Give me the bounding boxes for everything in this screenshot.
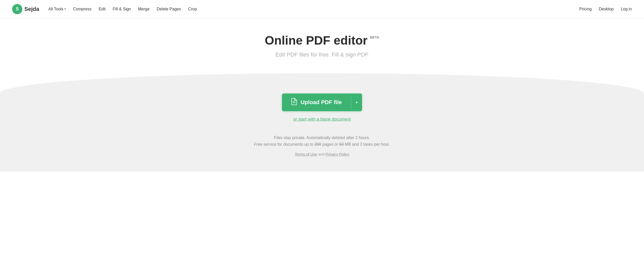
navbar: S Sejda All Tools ▾ Compress Edit Fill &… xyxy=(0,0,644,18)
privacy-info: Files stay private. Automatically delete… xyxy=(0,135,644,147)
nav-pricing[interactable]: Pricing xyxy=(579,7,592,11)
upload-button-wrapper[interactable]: Upload PDF file ▾ xyxy=(282,93,362,111)
privacy-line-1: Files stay private. Automatically delete… xyxy=(0,135,644,141)
pages-strikethrough: 200 xyxy=(314,142,321,146)
logo-text: Sejda xyxy=(24,6,39,12)
upload-button-label: Upload PDF file xyxy=(301,99,342,106)
nav-right: Pricing Desktop Log in xyxy=(579,7,632,11)
pdf-file-icon xyxy=(291,98,297,107)
upload-pdf-button[interactable]: Upload PDF file xyxy=(282,93,351,111)
content-inner: Upload PDF file ▾ or start with a blank … xyxy=(0,93,644,156)
nav-login[interactable]: Log in xyxy=(621,7,632,11)
content-area: Upload PDF file ▾ or start with a blank … xyxy=(0,73,644,172)
nav-compress[interactable]: Compress xyxy=(73,7,92,11)
nav-edit[interactable]: Edit xyxy=(99,7,106,11)
beta-badge: BETA xyxy=(370,35,379,39)
logo-icon: S xyxy=(12,4,22,14)
size-strikethrough: 50 xyxy=(339,142,344,146)
nav-merge[interactable]: Merge xyxy=(138,7,150,11)
chevron-down-icon: ▾ xyxy=(64,7,66,11)
nav-left: S Sejda All Tools ▾ Compress Edit Fill &… xyxy=(12,4,197,14)
nav-delete-pages[interactable]: Delete Pages xyxy=(157,7,181,11)
hero-title: Online PDF editor BETA xyxy=(265,33,379,47)
nav-links: All Tools ▾ Compress Edit Fill & Sign Me… xyxy=(48,7,197,11)
privacy-line-2: Free service for documents up to 200 pag… xyxy=(0,141,644,148)
terms-line: Terms of Use and Privacy Policy xyxy=(0,152,644,156)
logo-link[interactable]: S Sejda xyxy=(12,4,39,14)
nav-crop[interactable]: Crop xyxy=(188,7,197,11)
blank-document-link[interactable]: or start with a blank document xyxy=(0,117,644,122)
terms-of-use-link[interactable]: Terms of Use xyxy=(295,152,317,156)
upload-dropdown-button[interactable]: ▾ xyxy=(351,93,362,111)
dropdown-arrow-icon: ▾ xyxy=(356,100,357,104)
nav-fill-sign[interactable]: Fill & Sign xyxy=(113,7,131,11)
nav-all-tools[interactable]: All Tools ▾ xyxy=(48,7,66,11)
nav-desktop[interactable]: Desktop xyxy=(599,7,614,11)
privacy-policy-link[interactable]: Privacy Policy xyxy=(326,152,349,156)
hero-subtitle: Edit PDF files for free. Fill & sign PDF xyxy=(0,51,644,58)
hero-section: Online PDF editor BETA Edit PDF files fo… xyxy=(0,18,644,172)
